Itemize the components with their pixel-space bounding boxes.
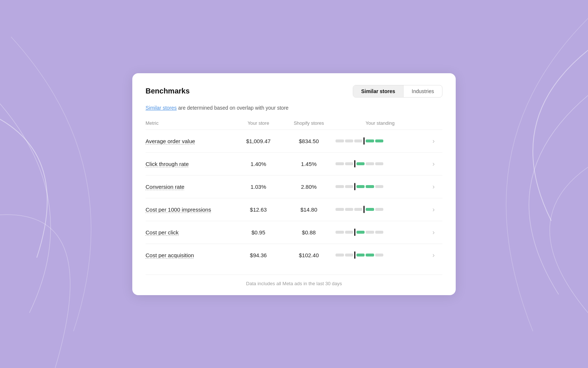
footer-note: Data includes all Meta ads in the last 3… [146,275,442,286]
card-title: Benchmarks [146,87,190,95]
metric-name: Conversion rate [146,175,234,198]
bar-segment [366,254,374,256]
shopify-stores-value: $14.80 [282,198,336,221]
standing-bar-cell [336,244,424,266]
standing-marker [354,229,355,236]
card-header: Benchmarks Similar stores Industries [146,85,442,98]
bar-segment [336,139,344,142]
table-row: Click through rate1.40%1.45%› [146,152,442,175]
bar-segment [356,185,365,188]
standing-bar [336,206,383,213]
your-store-value: $0.95 [234,221,282,244]
row-detail-arrow[interactable]: › [424,198,442,221]
tab-industries[interactable]: Industries [404,85,442,97]
table-row: Cost per click$0.95$0.88› [146,221,442,244]
bar-segment [345,139,353,142]
your-store-value: 1.03% [234,175,282,198]
standing-marker [354,183,355,190]
your-store-value: $94.36 [234,244,282,266]
your-store-value: 1.40% [234,152,282,175]
standing-bar [336,160,383,167]
header-your-standing: Your standing [336,117,424,130]
bar-segment [345,162,353,165]
shopify-stores-value: $834.50 [282,130,336,152]
bar-segment [336,162,344,165]
chevron-right-icon: › [433,137,435,145]
bar-segment [375,139,383,142]
bar-segment [336,254,344,256]
standing-marker [354,160,355,167]
standing-marker [363,206,365,213]
row-detail-arrow[interactable]: › [424,244,442,266]
bar-segment [366,185,374,188]
header-arrow [424,117,442,130]
shopify-stores-value: $0.88 [282,221,336,244]
metric-name: Cost per click [146,221,234,244]
header-metric: Metric [146,117,234,130]
row-detail-arrow[interactable]: › [424,152,442,175]
standing-bar-cell [336,130,424,152]
metric-name: Cost per acquisition [146,244,234,266]
shopify-stores-value: $102.40 [282,244,336,266]
tab-similar-stores[interactable]: Similar stores [353,85,404,97]
standing-bar [336,137,383,145]
bar-segment [345,254,353,256]
similar-stores-link[interactable]: Similar stores [146,105,177,111]
bar-segment [366,139,374,142]
standing-bar [336,183,383,190]
header-shopify-stores: Shopify stores [282,117,336,130]
chevron-right-icon: › [433,160,435,167]
bar-segment [336,231,344,234]
bar-segment [366,162,374,165]
header-your-store: Your store [234,117,282,130]
standing-marker [354,251,355,259]
bar-segment [375,231,383,234]
benchmarks-card: Benchmarks Similar stores Industries Sim… [132,73,456,295]
bar-segment [345,185,353,188]
bar-segment [354,208,362,211]
bar-segment [375,208,383,211]
subtitle-suffix: are determined based on overlap with you… [177,105,288,111]
your-store-value: $12.63 [234,198,282,221]
standing-bar-cell [336,221,424,244]
table-row: Average order value$1,009.47$834.50› [146,130,442,152]
chevron-right-icon: › [433,251,435,259]
bar-segment [354,139,362,142]
row-detail-arrow[interactable]: › [424,130,442,152]
standing-bar-cell [336,175,424,198]
standing-bar-cell [336,198,424,221]
bar-segment [345,208,353,211]
subtitle: Similar stores are determined based on o… [146,105,442,111]
shopify-stores-value: 2.80% [282,175,336,198]
your-store-value: $1,009.47 [234,130,282,152]
metric-name: Cost per 1000 impressions [146,198,234,221]
bar-segment [336,208,344,211]
standing-bar-cell [336,152,424,175]
tab-group: Similar stores Industries [353,85,442,98]
bar-segment [366,208,374,211]
chevron-right-icon: › [433,183,435,190]
bar-segment [345,231,353,234]
chevron-right-icon: › [433,229,435,236]
chevron-right-icon: › [433,206,435,213]
standing-marker [363,137,365,145]
table-row: Conversion rate1.03%2.80%› [146,175,442,198]
bar-segment [356,162,365,165]
metric-name: Average order value [146,130,234,152]
bar-segment [336,185,344,188]
table-row: Cost per 1000 impressions$12.63$14.80› [146,198,442,221]
shopify-stores-value: 1.45% [282,152,336,175]
metric-name: Click through rate [146,152,234,175]
table-row: Cost per acquisition$94.36$102.40› [146,244,442,266]
row-detail-arrow[interactable]: › [424,175,442,198]
bar-segment [375,185,383,188]
bar-segment [356,254,365,256]
bar-segment [375,254,383,256]
bar-segment [375,162,383,165]
standing-bar [336,229,383,236]
benchmarks-table: Metric Your store Shopify stores Your st… [146,117,442,266]
row-detail-arrow[interactable]: › [424,221,442,244]
table-header-row: Metric Your store Shopify stores Your st… [146,117,442,130]
standing-bar [336,251,383,259]
bar-segment [366,231,374,234]
